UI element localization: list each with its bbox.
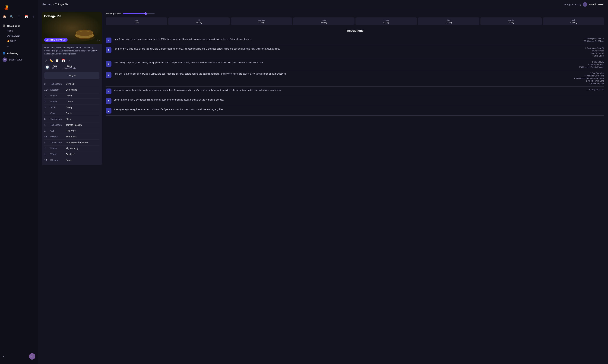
serving-slider[interactable] [123, 13, 155, 14]
ingredient-row: 3 Tablespoon Flour [44, 116, 99, 122]
ingredient-unit: Clove [50, 112, 65, 115]
step-text: Put the other 2 tbsp olive oil into the … [114, 47, 567, 51]
instructions-title: Instructions [106, 28, 604, 33]
nutrition-label: fiber [419, 19, 478, 21]
calendar-action-icon[interactable]: 📅 [61, 59, 65, 62]
like-action-icon[interactable]: ♡ [44, 59, 47, 62]
brought-by-section: Brought to you by BJ Braedin Jared [564, 2, 604, 7]
step-number: 4 [106, 72, 111, 78]
ingredient-qty: 3 [44, 100, 49, 103]
step-number: 5 [106, 89, 111, 94]
user-avatar-large[interactable]: BJ [29, 353, 35, 360]
nutrition-item: protein 66.53g [480, 17, 542, 25]
ingredient-qty: 3 [44, 118, 49, 120]
nutrition-value: 1038mg [544, 21, 603, 24]
ingredient-qty: 3 [44, 83, 49, 85]
nutrition-value: 12.67g [357, 21, 416, 24]
share-action-icon[interactable]: ↗ [67, 59, 70, 62]
ingredient-row: 1.8 Kilogram Potato [44, 157, 99, 163]
ingredient-unit: Stick [50, 106, 65, 109]
step-text: Pour over a large glass of red wine, if … [114, 72, 567, 76]
ingredient-qty: 2 [44, 112, 49, 115]
ingredient-row: 2 Whole Bay Leaf [44, 151, 99, 157]
recipe-title: Cottage Pie [44, 14, 61, 18]
sidebar-user-name: Braedin Jared [9, 58, 22, 61]
sidebar-item-quick-easy[interactable]: Quick & Easy [2, 33, 35, 38]
nutrition-label: carbs [294, 19, 353, 21]
recipe-updated-badge: Updated: 2 months ago [44, 38, 68, 42]
ingredient-name: Bay Leaf [66, 153, 75, 156]
timing-separator [60, 65, 60, 69]
step-ingredient: 2 Tablespoon Olive Oil [585, 47, 604, 49]
cook-time: Cook 1 hr and 50 min [63, 65, 76, 69]
sidebar-item-spicy[interactable]: 🔥 Spicy [2, 38, 35, 43]
home-icon[interactable]: 🏠 [2, 14, 6, 19]
brought-by-label: Brought to you by [564, 3, 581, 6]
brought-by-name: Braedin Jared [589, 3, 604, 6]
ingredient-unit: Whole [50, 100, 65, 103]
copy-label: Copy [68, 74, 73, 77]
breadcrumb-recipes-link[interactable]: Recipes [42, 3, 52, 6]
ingredient-qty: 1 [44, 130, 49, 132]
instruction-step: 4 Pour over a large glass of red wine, i… [106, 70, 604, 87]
list-action-icon[interactable]: 📋 [55, 59, 59, 62]
top-bar: Recipes › Cottage Pie Brought to you by … [38, 0, 608, 9]
ingredient-row: 2 Clove Garlic [44, 110, 99, 116]
copy-button[interactable]: Copy ⧉ [44, 72, 99, 79]
ingredient-name: Flour [66, 118, 71, 120]
ingredient-name: Thyme Sprig [66, 147, 78, 150]
cookbooks-book-icon: 📓 [2, 24, 6, 27]
cookbooks-label: Cookbooks [7, 25, 20, 27]
edit-action-icon[interactable]: ✏️ [49, 59, 53, 62]
step-ingredient: 1 Tablespoon Tomato Passata [579, 66, 604, 68]
ingredient-qty: 3 [44, 106, 49, 109]
copy-icon: ⧉ [74, 74, 76, 77]
ingredient-name: Garlic [66, 112, 72, 115]
nutrition-item: kcal 1382 [106, 17, 167, 25]
ingredient-qty: 1 [44, 124, 49, 126]
step-ingredients: 1 Tablespoon Olive Oil1.25 Kilogram Beef… [569, 38, 604, 43]
recipe-description: Make our classic meat and potato pie for… [42, 44, 102, 58]
nutrition-row: kcal 1382 fat 79.79g saturates 32.70g ca… [106, 17, 604, 25]
user-avatar-small: BJ [2, 57, 7, 62]
recipe-actions: ♡ ✏️ 📋 📅 ↗ [42, 58, 102, 64]
ingredient-name: Carrots [66, 100, 73, 103]
collapse-sidebar-button[interactable]: « [2, 355, 4, 358]
slider-thumb[interactable] [144, 12, 147, 15]
prep-label: Prep [53, 65, 57, 67]
ingredient-name: Olive Oil [66, 83, 74, 85]
calendar-icon[interactable]: 📅 [24, 14, 28, 19]
nutrition-label: fat [169, 19, 228, 21]
add-icon[interactable]: + [31, 14, 35, 19]
sidebar-user-braedin[interactable]: BJ Braedin Jared [0, 56, 38, 63]
ingredient-name: Potato [66, 159, 72, 161]
nutrition-label: saturates [232, 19, 291, 21]
recipe-card: Cottage Pie Updated: 2 months ago </> Ma… [42, 12, 102, 165]
nutrition-item: fat 79.79g [168, 17, 230, 25]
sidebar-bottom: « BJ [0, 351, 38, 362]
nutrition-value: 32.70g [232, 21, 291, 24]
ingredient-qty: 2 [44, 153, 49, 156]
recipe-image-area: Cottage Pie Updated: 2 months ago </> [42, 12, 102, 44]
content-area: Cottage Pie Updated: 2 months ago </> Ma… [38, 9, 608, 364]
ingredient-unit: Milliliter [50, 135, 65, 138]
sidebar-item-pasta[interactable]: Pasta [2, 28, 35, 33]
instruction-step: 7 If eating straight away, heat oven to … [106, 106, 604, 116]
step-ingredient: 1 Tablespoon Olive Oil [585, 38, 604, 40]
step-ingredient: 2 Clove Garlic [592, 61, 604, 63]
ingredient-name: Tomato Passata [66, 124, 82, 126]
add-cookbook-button[interactable]: + [2, 43, 35, 50]
ingredients-list: 3 Tablespoon Olive Oil 1.25 Kilogram Bee… [42, 81, 102, 165]
ingredient-unit: Kilogram [50, 89, 65, 91]
nutrition-item: salt 1038mg [543, 17, 604, 25]
ingredient-unit: Whole [50, 94, 65, 97]
cookbooks-section: 📓 Cookbooks Pasta Quick & Easy 🔥 Spicy + [0, 22, 38, 50]
ingredient-row: 1 Cup Red Wine [44, 128, 99, 134]
step-text: Heat 1 tbsp olive oil in a large saucepa… [114, 38, 567, 41]
code-icon[interactable]: </> [97, 39, 100, 42]
ingredient-row: 3 Stick Celery [44, 104, 99, 110]
search-icon[interactable]: 🔍 [10, 14, 14, 19]
step-ingredients [569, 108, 604, 114]
favorites-icon[interactable]: ♡ [17, 14, 21, 19]
cookbooks-header[interactable]: 📓 Cookbooks [2, 24, 35, 28]
